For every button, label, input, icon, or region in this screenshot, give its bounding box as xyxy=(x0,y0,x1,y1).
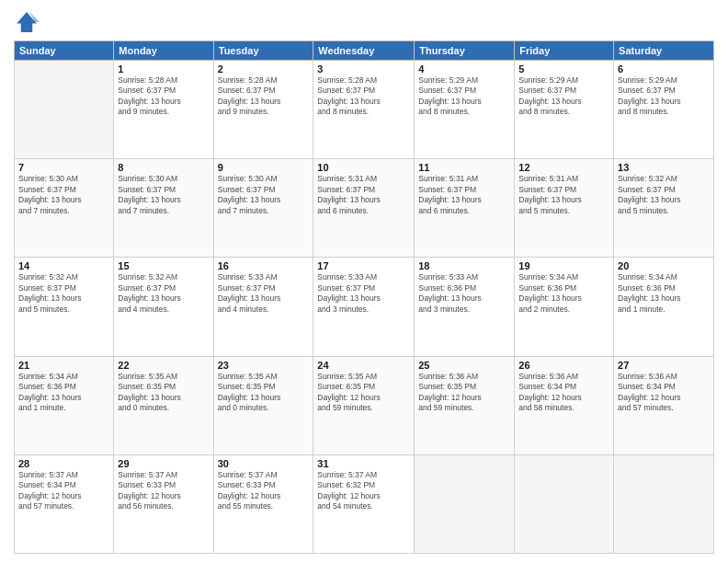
calendar-cell: 30Sunrise: 5:37 AM Sunset: 6:33 PM Dayli… xyxy=(213,454,313,553)
day-info: Sunrise: 5:37 AM Sunset: 6:32 PM Dayligh… xyxy=(317,470,410,512)
day-number: 9 xyxy=(218,162,310,173)
header xyxy=(14,9,714,35)
day-number: 17 xyxy=(317,260,410,271)
day-number: 28 xyxy=(18,458,109,469)
day-info: Sunrise: 5:30 AM Sunset: 6:37 PM Dayligh… xyxy=(118,174,209,216)
calendar-cell: 13Sunrise: 5:32 AM Sunset: 6:37 PM Dayli… xyxy=(614,159,714,258)
calendar-cell: 4Sunrise: 5:29 AM Sunset: 6:37 PM Daylig… xyxy=(415,61,515,159)
calendar-cell xyxy=(515,454,614,553)
day-info: Sunrise: 5:36 AM Sunset: 6:35 PM Dayligh… xyxy=(418,372,510,414)
calendar-cell: 10Sunrise: 5:31 AM Sunset: 6:37 PM Dayli… xyxy=(313,159,415,258)
day-info: Sunrise: 5:31 AM Sunset: 6:37 PM Dayligh… xyxy=(317,174,410,216)
day-info: Sunrise: 5:37 AM Sunset: 6:34 PM Dayligh… xyxy=(18,470,109,512)
day-number: 31 xyxy=(317,458,410,469)
calendar-cell: 11Sunrise: 5:31 AM Sunset: 6:37 PM Dayli… xyxy=(415,159,515,258)
day-number: 20 xyxy=(618,260,710,271)
day-info: Sunrise: 5:37 AM Sunset: 6:33 PM Dayligh… xyxy=(118,470,209,512)
calendar-week-1: 1Sunrise: 5:28 AM Sunset: 6:37 PM Daylig… xyxy=(15,61,714,159)
day-info: Sunrise: 5:30 AM Sunset: 6:37 PM Dayligh… xyxy=(18,174,109,216)
calendar-cell: 18Sunrise: 5:33 AM Sunset: 6:36 PM Dayli… xyxy=(415,258,515,356)
day-number: 12 xyxy=(518,162,609,173)
calendar-header-thursday: Thursday xyxy=(415,41,515,61)
day-number: 10 xyxy=(317,162,410,173)
day-number: 8 xyxy=(118,162,209,173)
day-info: Sunrise: 5:34 AM Sunset: 6:36 PM Dayligh… xyxy=(518,272,609,315)
calendar-cell: 22Sunrise: 5:35 AM Sunset: 6:35 PM Dayli… xyxy=(114,356,213,454)
day-number: 7 xyxy=(18,162,109,173)
svg-marker-0 xyxy=(17,12,37,32)
calendar-cell: 17Sunrise: 5:33 AM Sunset: 6:37 PM Dayli… xyxy=(313,258,415,356)
calendar-cell: 3Sunrise: 5:28 AM Sunset: 6:37 PM Daylig… xyxy=(313,61,415,159)
calendar-header-row: SundayMondayTuesdayWednesdayThursdayFrid… xyxy=(15,41,714,61)
day-number: 24 xyxy=(317,360,410,371)
calendar-cell xyxy=(614,454,714,553)
day-number: 16 xyxy=(218,260,310,271)
calendar-cell: 19Sunrise: 5:34 AM Sunset: 6:36 PM Dayli… xyxy=(515,258,614,356)
calendar-header-wednesday: Wednesday xyxy=(313,41,415,61)
day-number: 11 xyxy=(418,162,510,173)
calendar-cell: 8Sunrise: 5:30 AM Sunset: 6:37 PM Daylig… xyxy=(114,159,213,258)
day-number: 29 xyxy=(118,458,209,469)
day-number: 2 xyxy=(218,63,310,75)
day-number: 15 xyxy=(118,260,209,271)
day-info: Sunrise: 5:29 AM Sunset: 6:37 PM Dayligh… xyxy=(418,75,510,118)
day-info: Sunrise: 5:34 AM Sunset: 6:36 PM Dayligh… xyxy=(618,272,710,315)
day-number: 19 xyxy=(518,260,609,271)
day-number: 3 xyxy=(317,63,410,75)
calendar-cell: 2Sunrise: 5:28 AM Sunset: 6:37 PM Daylig… xyxy=(213,61,313,159)
day-number: 30 xyxy=(218,458,310,469)
calendar-cell: 20Sunrise: 5:34 AM Sunset: 6:36 PM Dayli… xyxy=(614,258,714,356)
calendar-cell: 15Sunrise: 5:32 AM Sunset: 6:37 PM Dayli… xyxy=(114,258,213,356)
day-info: Sunrise: 5:36 AM Sunset: 6:34 PM Dayligh… xyxy=(518,372,609,414)
calendar-header-monday: Monday xyxy=(114,41,213,61)
calendar-cell: 25Sunrise: 5:36 AM Sunset: 6:35 PM Dayli… xyxy=(415,356,515,454)
calendar-cell: 29Sunrise: 5:37 AM Sunset: 6:33 PM Dayli… xyxy=(114,454,213,553)
day-number: 25 xyxy=(418,360,510,371)
day-info: Sunrise: 5:32 AM Sunset: 6:37 PM Dayligh… xyxy=(118,272,209,315)
day-info: Sunrise: 5:28 AM Sunset: 6:37 PM Dayligh… xyxy=(118,75,209,118)
calendar-week-3: 14Sunrise: 5:32 AM Sunset: 6:37 PM Dayli… xyxy=(15,258,714,356)
calendar-header-tuesday: Tuesday xyxy=(213,41,313,61)
calendar-cell: 1Sunrise: 5:28 AM Sunset: 6:37 PM Daylig… xyxy=(114,61,213,159)
calendar-cell: 26Sunrise: 5:36 AM Sunset: 6:34 PM Dayli… xyxy=(515,356,614,454)
day-info: Sunrise: 5:31 AM Sunset: 6:37 PM Dayligh… xyxy=(518,174,609,216)
calendar-cell: 6Sunrise: 5:29 AM Sunset: 6:37 PM Daylig… xyxy=(614,61,714,159)
calendar-header-sunday: Sunday xyxy=(15,41,114,61)
day-number: 1 xyxy=(118,63,209,75)
day-info: Sunrise: 5:30 AM Sunset: 6:37 PM Dayligh… xyxy=(218,174,310,216)
day-info: Sunrise: 5:34 AM Sunset: 6:36 PM Dayligh… xyxy=(18,372,109,414)
calendar-cell: 21Sunrise: 5:34 AM Sunset: 6:36 PM Dayli… xyxy=(15,356,114,454)
day-info: Sunrise: 5:33 AM Sunset: 6:36 PM Dayligh… xyxy=(418,272,510,315)
calendar-cell: 24Sunrise: 5:35 AM Sunset: 6:35 PM Dayli… xyxy=(313,356,415,454)
calendar-cell: 23Sunrise: 5:35 AM Sunset: 6:35 PM Dayli… xyxy=(213,356,313,454)
day-number: 14 xyxy=(18,260,109,271)
calendar-week-4: 21Sunrise: 5:34 AM Sunset: 6:36 PM Dayli… xyxy=(15,356,714,454)
logo-icon xyxy=(14,9,40,35)
day-number: 21 xyxy=(18,360,109,371)
calendar-cell: 28Sunrise: 5:37 AM Sunset: 6:34 PM Dayli… xyxy=(15,454,114,553)
calendar-cell: 31Sunrise: 5:37 AM Sunset: 6:32 PM Dayli… xyxy=(313,454,415,553)
calendar-cell: 5Sunrise: 5:29 AM Sunset: 6:37 PM Daylig… xyxy=(515,61,614,159)
calendar-week-2: 7Sunrise: 5:30 AM Sunset: 6:37 PM Daylig… xyxy=(15,159,714,258)
calendar-cell xyxy=(15,61,114,159)
calendar-cell xyxy=(415,454,515,553)
day-number: 4 xyxy=(418,63,510,75)
day-number: 5 xyxy=(518,63,609,75)
day-info: Sunrise: 5:35 AM Sunset: 6:35 PM Dayligh… xyxy=(218,372,310,414)
day-info: Sunrise: 5:35 AM Sunset: 6:35 PM Dayligh… xyxy=(317,372,410,414)
calendar-cell: 16Sunrise: 5:33 AM Sunset: 6:37 PM Dayli… xyxy=(213,258,313,356)
calendar-cell: 14Sunrise: 5:32 AM Sunset: 6:37 PM Dayli… xyxy=(15,258,114,356)
day-info: Sunrise: 5:37 AM Sunset: 6:33 PM Dayligh… xyxy=(218,470,310,512)
calendar-cell: 9Sunrise: 5:30 AM Sunset: 6:37 PM Daylig… xyxy=(213,159,313,258)
day-info: Sunrise: 5:29 AM Sunset: 6:37 PM Dayligh… xyxy=(618,75,710,118)
day-number: 13 xyxy=(618,162,710,173)
day-info: Sunrise: 5:32 AM Sunset: 6:37 PM Dayligh… xyxy=(18,272,109,315)
day-info: Sunrise: 5:28 AM Sunset: 6:37 PM Dayligh… xyxy=(218,75,310,118)
day-info: Sunrise: 5:29 AM Sunset: 6:37 PM Dayligh… xyxy=(518,75,609,118)
calendar-table: SundayMondayTuesdayWednesdayThursdayFrid… xyxy=(14,40,714,554)
day-info: Sunrise: 5:31 AM Sunset: 6:37 PM Dayligh… xyxy=(418,174,510,216)
logo xyxy=(14,9,43,35)
page: SundayMondayTuesdayWednesdayThursdayFrid… xyxy=(0,0,728,563)
calendar-cell: 7Sunrise: 5:30 AM Sunset: 6:37 PM Daylig… xyxy=(15,159,114,258)
day-info: Sunrise: 5:35 AM Sunset: 6:35 PM Dayligh… xyxy=(118,372,209,414)
